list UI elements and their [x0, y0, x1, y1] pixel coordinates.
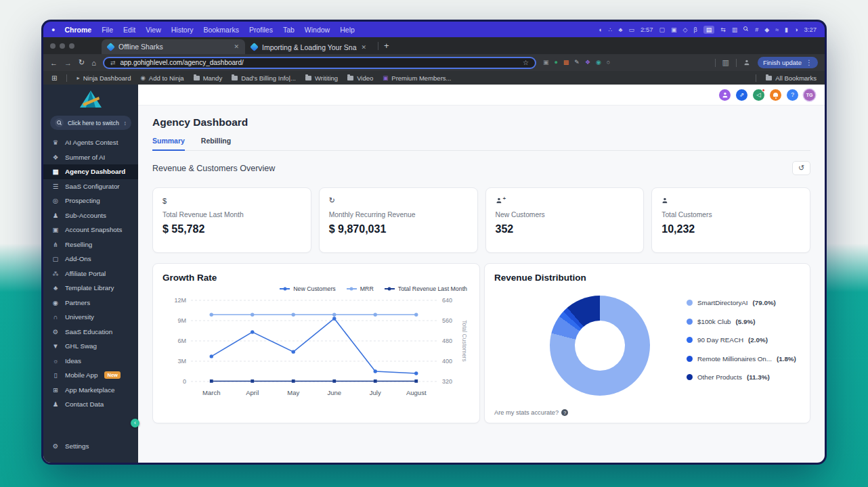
profile-avatar[interactable]: TG	[804, 89, 815, 101]
tab-summary[interactable]: Summary	[152, 137, 185, 151]
sidebar-item-agency-dashboard[interactable]: ▦Agency Dashboard	[43, 164, 138, 179]
cast-icon[interactable]: ▢	[659, 26, 666, 33]
wifi-icon[interactable]: ≈	[775, 26, 779, 33]
bookmark-dad-s-billing-info-[interactable]: Dad's Billing Info|...	[232, 74, 296, 82]
sidebar-item-prospecting[interactable]: ◎Prospecting	[43, 193, 138, 208]
sidebar-item-contact-data[interactable]: ♟Contact Data	[43, 397, 138, 412]
box-icon[interactable]: ▣	[671, 26, 677, 33]
zoom-window-button[interactable]	[69, 43, 74, 49]
clock[interactable]: 3:27	[804, 26, 817, 33]
sidebar-item-ghl-swag[interactable]: ▼GHL Swag	[43, 339, 138, 354]
menu-item-edit[interactable]: Edit	[123, 26, 135, 34]
switch-account-button[interactable]	[719, 89, 731, 101]
stats-accuracy-note[interactable]: Are my stats accurate? ?	[494, 409, 568, 416]
fast-user-switch-icon[interactable]: ◑	[794, 26, 798, 33]
tab-close-icon[interactable]: ✕	[234, 43, 239, 50]
menu-item-history[interactable]: History	[171, 26, 194, 34]
minimize-window-button[interactable]	[60, 43, 65, 49]
menu-item-chrome[interactable]: Chrome	[64, 26, 91, 34]
keychain-icon[interactable]: #	[755, 26, 758, 33]
hub-icon[interactable]: ∴	[609, 26, 613, 33]
camera-ext-icon[interactable]: ▣	[543, 60, 549, 66]
bookmark-video[interactable]: Video	[347, 74, 373, 82]
claw-icon[interactable]: ♣	[619, 26, 623, 33]
info-icon[interactable]: ?	[561, 409, 568, 416]
green-orb-ext-icon[interactable]: ●	[554, 60, 557, 66]
menu-item-profiles[interactable]: Profiles	[249, 26, 273, 34]
eyedropper-ext-icon[interactable]: ✎	[574, 60, 580, 66]
recording-timer[interactable]: 2:57	[641, 26, 653, 33]
sidebar-item-template-library[interactable]: ♣Template Library	[43, 281, 138, 296]
back-button[interactable]: ←	[50, 59, 58, 67]
screen-mirroring-icon[interactable]: ◐	[599, 26, 602, 33]
sidebar-item-ai-agents-contest[interactable]: ♛AI Agents Contest	[43, 135, 138, 150]
search-icon[interactable]	[743, 26, 749, 33]
tab-rebilling[interactable]: Rebilling	[201, 137, 231, 150]
launchpad-button[interactable]: ⇗	[736, 89, 747, 101]
bookmark-star-icon[interactable]: ☆	[523, 59, 529, 66]
bookmark-add-to-ninja[interactable]: ◉Add to Ninja	[140, 74, 183, 82]
menu-item-view[interactable]: View	[146, 26, 161, 34]
sidebar-item-saas-education[interactable]: ⚙SaaS Education	[43, 325, 138, 340]
sidebar-item-partners[interactable]: ◉Partners	[43, 296, 138, 310]
keyboard-icon[interactable]: ▤	[703, 26, 715, 34]
forward-button[interactable]: →	[64, 59, 72, 67]
sidebar-item-app-marketplace[interactable]: ⊞App Marketplace	[43, 383, 138, 398]
menu-item-bookmarks[interactable]: Bookmarks	[203, 26, 239, 34]
bookmark-writiting[interactable]: Writiting	[305, 74, 338, 82]
browser-tab-1[interactable]: Offline Sharks✕	[102, 39, 245, 54]
menu-item-window[interactable]: Window	[305, 26, 330, 34]
browser-tab-2[interactable]: Importing & Loading Your Sna✕	[245, 40, 372, 54]
apps-grid-icon[interactable]: ⊞	[51, 74, 57, 82]
teal-ext-icon[interactable]: ◉	[596, 60, 601, 66]
reload-button[interactable]: ↻	[79, 58, 85, 67]
bookmark-premium-members-[interactable]: ▣Premium Members...	[383, 74, 451, 82]
dropbox-icon[interactable]: ◇	[683, 26, 688, 33]
sidebar-collapse-toggle[interactable]: ‹	[131, 419, 139, 427]
new-tab-button[interactable]: +	[384, 41, 389, 51]
bluetooth-icon[interactable]: β	[693, 26, 697, 33]
tab-close-icon[interactable]: ✕	[362, 44, 367, 51]
finish-update-button[interactable]: Finish update ⋮	[758, 57, 818, 68]
palette-ext-icon[interactable]: ▩	[563, 60, 569, 66]
sidebar-item-affiliate-portal[interactable]: ⁂Affiliate Portal	[43, 266, 138, 281]
toggles-icon[interactable]: ⇆	[720, 26, 726, 33]
close-window-button[interactable]	[50, 43, 56, 49]
url-text[interactable]: app.gohighlevel.com/agency_dashboard/	[120, 59, 517, 66]
sidebar-item-add-ons[interactable]: ▢Add-Ons	[43, 252, 138, 266]
shortcuts-icon[interactable]: ◆	[764, 26, 769, 33]
home-button[interactable]: ⌂	[91, 59, 96, 67]
menu-item-tab[interactable]: Tab	[283, 26, 295, 34]
bookmark-mandy[interactable]: Mandy	[194, 74, 223, 82]
menu-item-file[interactable]: File	[102, 26, 113, 34]
announcements-button[interactable]: ◁	[753, 89, 764, 101]
sidebar-item-reselling[interactable]: ⋔Reselling	[43, 237, 138, 252]
sidebar-item-university[interactable]: ∩University	[43, 310, 138, 325]
sidebar-item-summer-of-ai[interactable]: ❖Summer of AI	[43, 150, 138, 165]
address-bar[interactable]: ⇄ app.gohighlevel.com/agency_dashboard/ …	[103, 57, 536, 69]
side-panel-icon[interactable]: ▥	[722, 58, 729, 67]
battery-icon[interactable]: ▮	[785, 26, 788, 33]
profile-icon[interactable]	[744, 60, 750, 66]
sidebar-item-mobile-app[interactable]: ▯Mobile AppNew	[43, 368, 138, 383]
display-icon[interactable]: ▥	[732, 26, 738, 33]
sidebar-item-settings[interactable]: ⚙ Settings	[51, 439, 130, 454]
traffic-lights[interactable]	[50, 43, 74, 49]
account-switcher[interactable]: Click here to switch ↕	[50, 116, 131, 130]
purple-ext-icon[interactable]: ❖	[585, 60, 590, 66]
all-bookmarks-button[interactable]: All Bookmarks	[766, 74, 817, 82]
bookmark-ninja-dashboard[interactable]: ▸Ninja Dashboard	[77, 74, 131, 82]
refresh-section-button[interactable]: ↺	[792, 161, 810, 175]
menu-item-help[interactable]: Help	[340, 26, 355, 34]
sidebar-item-saas-configurator[interactable]: ☰SaaS Configurator	[43, 179, 138, 194]
sidebar-item-account-snapshots[interactable]: ▣Account Snapshots	[43, 223, 138, 237]
help-button[interactable]: ?	[787, 89, 798, 101]
browser-menu-icon[interactable]: ⋮	[806, 59, 812, 66]
battery-case-icon[interactable]: ▭	[628, 26, 634, 33]
notifications-button[interactable]	[770, 89, 781, 101]
site-settings-icon[interactable]: ⇄	[110, 60, 116, 66]
sidebar-item-sub-accounts[interactable]: ♟Sub-Accounts	[43, 208, 138, 223]
apple-logo-icon[interactable]: ●	[51, 26, 55, 33]
sidebar-item-ideas[interactable]: ☼Ideas	[43, 354, 138, 369]
ring-ext-icon[interactable]: ○	[607, 60, 610, 66]
